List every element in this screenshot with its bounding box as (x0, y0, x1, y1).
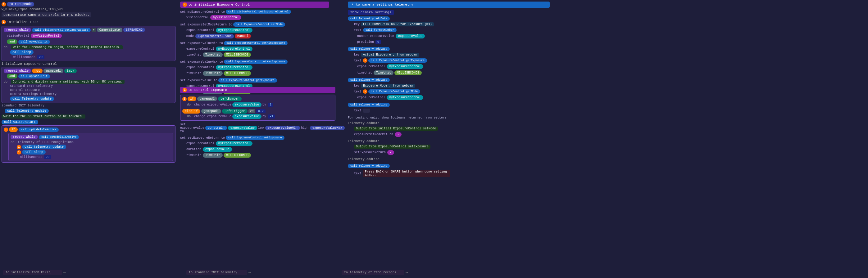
repeat-while2-row: repeat while not gamepad1 Back (4, 68, 173, 73)
my-ec-pill2: myExposureControl (216, 46, 252, 51)
vp-label2: visionPortal (186, 16, 209, 19)
repeat-while2-pill: repeat while (4, 69, 31, 73)
call-op-model-init2-pill: call opModelInit (18, 74, 50, 78)
time-unit-row4: timeUnit TimeUnit MILLISECONDS (186, 153, 335, 158)
exp-val2-pill: exposureValue (203, 147, 232, 152)
ms2-label: milliseconds (20, 155, 42, 159)
s3-header-label: to control Exposure (188, 88, 227, 92)
key-exposure-mode-row: key Exposure Mode , from webcam (354, 83, 550, 88)
precision-val: 0 (375, 40, 381, 44)
bottom-label1-text: to initialize TFOD First, ... (3, 270, 62, 275)
s3-info-icon: i (183, 88, 187, 92)
call-op-models-active2-pill: call opModelsIsActive (39, 135, 79, 139)
section4-header: i to camera settings telemetry (348, 2, 550, 8)
call-telemetry-addline-pill: call Telemetry addLine (348, 103, 390, 107)
call-ec-setexp-pill: call ExposureControl setExposure (226, 136, 284, 140)
ms-pill2: MILLISECONDS (224, 71, 251, 76)
output-set-exposure-row: Output from ExposureControl setExposure (354, 144, 550, 149)
text-label3: text (354, 90, 362, 93)
if-gamepad-row: i if gamepad1 LeftBumper (182, 96, 333, 101)
init-tfod-label: initialize TFOD (7, 20, 38, 24)
init-tfod-row: i initialize TFOD (2, 20, 176, 25)
set-my-exposure-label: set myExposureControl to (180, 10, 225, 14)
call-telemetry-row2: call Telemetry addData (348, 46, 550, 51)
control-exposure-row: control Exposure (10, 88, 173, 92)
exp-set-mode-return-pill: • (395, 132, 402, 137)
call-ec-getexp2-pill: call ExposureControl getExposure (368, 58, 427, 63)
set-my-exposure-row: set myExposureControl to call VisionPort… (180, 9, 329, 14)
telemetry-adddata-row2: Telemetry addData (348, 139, 550, 143)
telemetry-adddata-row1: Telemetry addData (348, 121, 550, 125)
bottom-arrow3: → (406, 271, 408, 275)
call-vp-get-exposure-pill: call VisionPortal getExposureControl (226, 10, 291, 14)
section3-container: i to control Exposure i if gamepad1 Left… (180, 87, 335, 158)
call-op-models-active-pill: call opModelsIsActive (19, 128, 59, 132)
threshold-val: 0.2 (256, 109, 266, 113)
time-unit-s4-pill: TimeUnit (374, 70, 394, 75)
duration-row: duration exposureValue (186, 147, 335, 152)
s4-info-icon: i (350, 2, 355, 7)
description-row: Demonstrate Camera Controls in FTC Block… (2, 12, 176, 18)
bottom-label3: to telemetry of TFOD recogni... → (342, 270, 408, 275)
do3-row: do telemetry of TFOD recognitions (10, 140, 171, 144)
actual-exposure-label: Actual Exposure , from webcam (361, 53, 419, 57)
ec-label-s4-2: exposureControl (357, 96, 385, 99)
call-sleep2-row: i call sleep (17, 149, 171, 155)
set-exposure-return-row: set setExposureReturn to call ExposureCo… (180, 135, 335, 140)
call-telemetry2-row: call Telemetry update (5, 108, 176, 113)
exp-constrain-val: exposureValue (228, 126, 257, 130)
ms-pill: MILLISECONDS (224, 53, 251, 57)
do-row: do Wait for Streaming to begin, before u… (4, 45, 173, 50)
ec-getmode-params: exposureControl myExposureControl (357, 95, 550, 100)
call-ec-getmode-pill: call ExposureControl getMode (368, 90, 420, 94)
s2-info-icon: i (183, 2, 187, 7)
if-op-models-block: i if call opModelsIsActive repeat while … (2, 125, 176, 163)
set-exposure-return-row2: setExposureReturn • (354, 150, 550, 155)
and-row: and call opModelInit (7, 39, 173, 44)
gamepad1-pill: gamepad1 (43, 69, 63, 73)
ec-getmode-icon: i (363, 90, 367, 94)
exposure-set-mode-return-label: exposureSetModeReturn (354, 133, 393, 136)
ec-label3: exposureControl (186, 66, 214, 69)
filename-row: W_Blocks_ExposureControl_TFOD_v01 (2, 7, 176, 11)
text-ec-get-exp-row: text i call ExposureControl getExposure (354, 58, 550, 63)
set-exp-return-pill: • (387, 150, 394, 155)
init-exposure-control-row: initialize Exposure Control (2, 62, 176, 66)
call-telemetry1-pill: call Telemetry addData (348, 16, 390, 21)
output-initial-label: Output from initial ExposureControl setM… (354, 127, 438, 131)
else-if-row: else if gamepad1 LeftTrigger >= 0.2 (182, 109, 333, 114)
bottom-arrow2: → (248, 271, 251, 275)
my-ec-pill: myExposureControl (216, 28, 252, 33)
key-label: key (354, 23, 360, 26)
my-vp-pill2: myVisionPortal (210, 15, 241, 20)
bottom-label3-text: to telemetry of TFOD recogni... (342, 270, 404, 275)
ec-mode-pill: ExposureControl.Mode (195, 34, 234, 38)
call-wait-for-start-pill: call waitForStart (2, 120, 38, 125)
press-back-text-label: text (354, 172, 362, 175)
key-label2: key (354, 53, 360, 57)
call-telemetry3-row: i call telemetry update (17, 144, 171, 149)
std-init-telemetry2-label: standard INIT telemetry (2, 104, 44, 107)
do2-label: do (4, 80, 10, 83)
change-exp-label: change exposureValue (194, 103, 231, 106)
call-sleep-row: call sleep (10, 50, 173, 55)
neq-sign: ≠ (92, 28, 96, 32)
and-pill: and (7, 39, 18, 44)
if-icon: i (4, 128, 8, 132)
call-telemetry-row: call Telemetry update (10, 96, 173, 101)
my-vision-portal-pill: myVisionPortal (31, 34, 62, 38)
manual-pill: Manual (235, 34, 251, 38)
call-telemetry2-pill: call Telemetry update (5, 109, 49, 113)
ms-label: milliseconds (13, 56, 35, 59)
set-exp-min-label: set exposureValueMin to (180, 42, 223, 45)
if-pill: if (9, 127, 18, 132)
high-label: high (301, 126, 308, 130)
back-pill: Back (64, 69, 77, 73)
call-telemetry-pill: call Telemetry update (10, 97, 54, 101)
number-label2: exposureValue (370, 34, 394, 38)
exp-val-pill3: exposureValue (396, 34, 425, 38)
camera-settings-telemetry-label: camera settings telemetry (10, 93, 57, 96)
and2-pill: and (7, 74, 18, 78)
telemetry-addline-row: Telemetry addLine (348, 157, 550, 161)
do2-change-row: do change exposureValue exposureValue by… (187, 114, 333, 119)
